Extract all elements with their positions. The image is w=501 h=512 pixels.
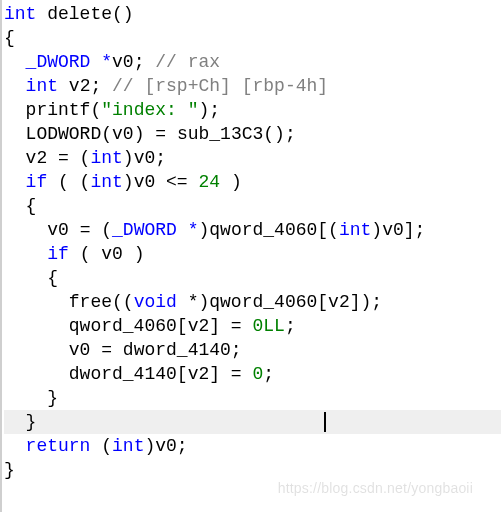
- code-line: {: [4, 194, 501, 218]
- code-line: dword_4140[v2] = 0;: [4, 362, 501, 386]
- code-line: v2 = (int)v0;: [4, 146, 501, 170]
- watermark-text: https://blog.csdn.net/yongbaoii: [278, 476, 473, 500]
- code-line: {: [4, 266, 501, 290]
- string-literal: "index: ": [101, 100, 198, 120]
- code-line: _DWORD *v0; // rax: [4, 50, 501, 74]
- number: 24: [198, 172, 220, 192]
- keyword: int: [4, 4, 36, 24]
- number: 0: [252, 364, 263, 384]
- code-line: int v2; // [rsp+Ch] [rbp-4h]: [4, 74, 501, 98]
- comment: // [rsp+Ch] [rbp-4h]: [112, 76, 328, 96]
- code-line: v0 = dword_4140;: [4, 338, 501, 362]
- code-line: free((void *)qword_4060[v2]);: [4, 290, 501, 314]
- code-line: LODWORD(v0) = sub_13C3();: [4, 122, 501, 146]
- comment: // rax: [155, 52, 220, 72]
- code-line: qword_4060[v2] = 0LL;: [4, 314, 501, 338]
- code-line-cursor: }: [4, 410, 501, 434]
- text-cursor: [324, 412, 326, 432]
- code-line: int delete(): [4, 2, 501, 26]
- code-line: printf("index: ");: [4, 98, 501, 122]
- code-line: {: [4, 26, 501, 50]
- number: 0LL: [252, 316, 284, 336]
- code-line: }: [4, 386, 501, 410]
- code-line: return (int)v0;: [4, 434, 501, 458]
- code-line: if ( v0 ): [4, 242, 501, 266]
- func-name: delete: [47, 4, 112, 24]
- code-line: if ( (int)v0 <= 24 ): [4, 170, 501, 194]
- code-line: v0 = (_DWORD *)qword_4060[(int)v0];: [4, 218, 501, 242]
